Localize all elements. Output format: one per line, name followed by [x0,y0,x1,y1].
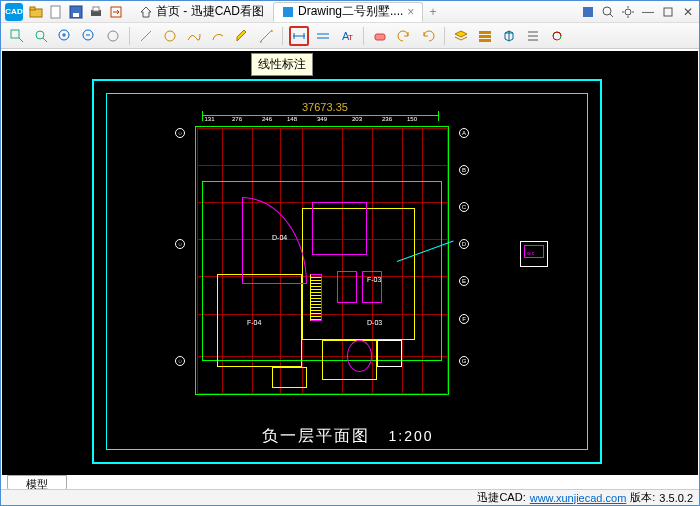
svg-line-30 [260,30,272,42]
room [337,271,357,303]
separator [444,27,445,45]
tab-drawing[interactable]: Drawing二号别墅.... × [273,2,423,22]
properties-icon[interactable] [523,26,543,46]
svg-line-11 [610,14,613,17]
detail-box [377,340,402,367]
status-version-label: 版本: [630,490,655,505]
grid-dim: 276 [232,116,242,122]
circle-tool-icon[interactable] [160,26,180,46]
svg-rect-9 [583,7,593,17]
svg-rect-8 [283,7,293,17]
export-icon[interactable] [109,5,123,19]
room-label: F-03 [367,276,381,283]
open-icon[interactable] [29,5,43,19]
tab-close-icon[interactable]: × [407,5,414,19]
status-version: 3.5.0.2 [659,492,693,504]
svg-point-10 [603,7,611,15]
zoom-out-icon[interactable] [79,26,99,46]
main-toolbar: AT 线性标注 [1,23,699,49]
quick-access [29,5,123,19]
grid-axis-label: G [459,356,469,366]
tab-label: 首页 - 迅捷CAD看图 [156,3,264,20]
tooltip: 线性标注 [251,53,313,76]
grid-dim: 236 [382,116,392,122]
home-icon [140,6,152,18]
round-room [347,340,372,372]
grid-dim: 131 [204,116,214,122]
room-label: D-03 [367,319,382,326]
help-icon[interactable] [581,5,595,19]
dimension-tick [202,111,203,121]
svg-line-21 [43,38,47,42]
room-label: D-04 [272,234,287,241]
maximize-button[interactable] [661,5,675,19]
minimize-button[interactable]: — [641,5,655,19]
tab-home[interactable]: 首页 - 迅捷CAD看图 [131,2,273,22]
svg-point-12 [625,9,631,15]
refresh-icon[interactable] [547,26,567,46]
zoom-window-icon[interactable] [7,26,27,46]
room [312,202,367,255]
drawing-canvas[interactable]: 37673.35 131 276 246 148 349 203 236 150… [2,51,698,475]
line-tool-icon[interactable] [136,26,156,46]
room-wall [272,367,307,388]
text-tool-icon[interactable]: AT [337,26,357,46]
grid-axis-label: ○ [175,356,185,366]
separator [363,27,364,45]
svg-rect-41 [479,31,491,34]
svg-point-20 [36,31,44,39]
close-button[interactable]: ✕ [681,5,695,19]
search-icon[interactable] [601,5,615,19]
arc-tool-icon[interactable] [208,26,228,46]
svg-text:T: T [348,33,353,42]
layer-manager-icon[interactable] [475,26,495,46]
zoom-extents-icon[interactable] [31,26,51,46]
polyline-tool-icon[interactable] [184,26,204,46]
svg-rect-6 [93,7,99,11]
stair [310,274,323,322]
svg-rect-2 [51,6,60,18]
erase-tool-icon[interactable] [370,26,390,46]
drawing-scale: 1:200 [388,428,433,444]
status-url-link[interactable]: www.xunjiecad.com [530,492,627,504]
grid-dim: 203 [352,116,362,122]
svg-rect-43 [479,39,491,42]
aligned-dimension-icon[interactable] [313,26,333,46]
status-app-name: 迅捷CAD: [477,490,525,505]
app-logo-icon: CAD [5,3,23,21]
inset-label: w.c [527,250,534,256]
separator [129,27,130,45]
grid-axis-label: A [459,128,469,138]
svg-rect-40 [375,34,385,40]
svg-rect-1 [30,7,35,10]
layers-icon[interactable] [451,26,471,46]
axis-grid: 131 276 246 148 349 203 236 150 A B C D … [197,128,447,393]
print-icon[interactable] [89,5,103,19]
drawing-title: 负一层平面图 1:200 [262,426,434,447]
grid-dim: 150 [407,116,417,122]
new-tab-button[interactable]: + [423,5,442,19]
measure-tool-icon[interactable] [256,26,276,46]
settings-gear-icon[interactable] [621,5,635,19]
drawing-title-text: 负一层平面图 [262,427,370,444]
separator [282,27,283,45]
document-tabs: 首页 - 迅捷CAD看图 Drawing二号别墅.... × + [131,1,442,22]
svg-point-29 [165,31,175,41]
dimension-tick [438,111,439,121]
zoom-in-icon[interactable] [55,26,75,46]
pan-icon[interactable] [103,26,123,46]
new-icon[interactable] [49,5,63,19]
edit-tool-icon[interactable] [232,26,252,46]
save-icon[interactable] [69,5,83,19]
redo-icon[interactable] [418,26,438,46]
status-bar: 迅捷CAD: www.xunjiecad.com 版本: 3.5.0.2 [1,489,699,505]
svg-rect-17 [664,8,672,16]
svg-line-28 [141,31,151,41]
linear-dimension-tool[interactable] [289,26,309,46]
svg-rect-18 [11,30,19,38]
detail-inset: w.c [520,241,548,267]
undo-icon[interactable] [394,26,414,46]
svg-rect-42 [479,35,491,38]
box3d-icon[interactable] [499,26,519,46]
svg-rect-4 [73,13,79,17]
